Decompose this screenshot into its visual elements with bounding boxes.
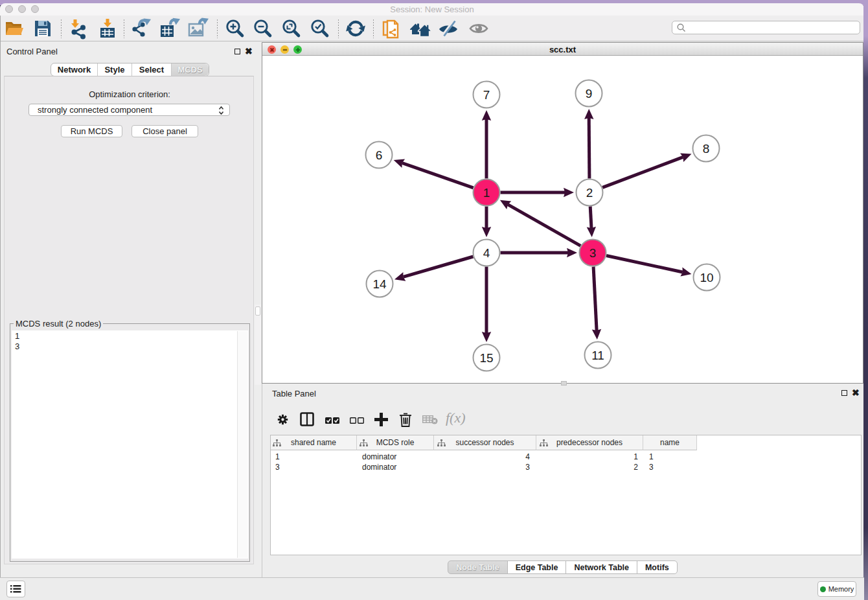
svg-text:3: 3: [589, 246, 597, 260]
svg-text:6: 6: [376, 148, 383, 162]
svg-text:9: 9: [586, 87, 593, 100]
svg-text:11: 11: [591, 349, 604, 362]
svg-text:8: 8: [703, 142, 710, 156]
svg-text:4: 4: [483, 246, 490, 260]
svg-text:10: 10: [700, 271, 713, 284]
svg-text:7: 7: [483, 88, 490, 102]
svg-text:14: 14: [372, 277, 387, 291]
svg-text:2: 2: [586, 186, 593, 200]
svg-text:15: 15: [479, 351, 493, 365]
svg-text:1: 1: [483, 186, 490, 200]
